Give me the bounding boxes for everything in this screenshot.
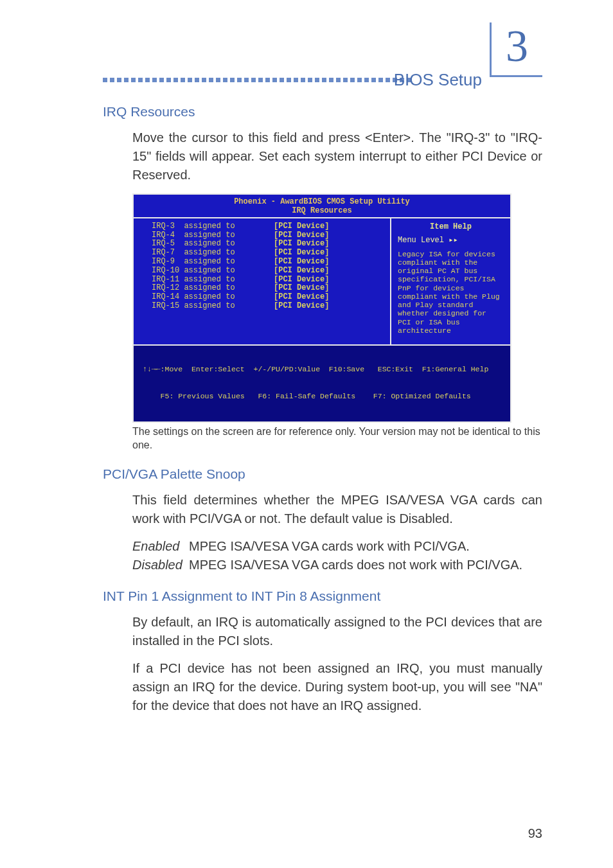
bios-label[interactable]: IRQ-3 assigned to <box>152 222 274 231</box>
bios-row: IRQ-7 assigned to[PCI Device] <box>152 249 384 258</box>
palette-body: This field determines whether the MPEG I… <box>132 491 542 528</box>
bios-row: IRQ-12 assigned to[PCI Device] <box>152 284 384 293</box>
bios-footer-line1: ↑↓→←:Move Enter:Select +/-/PU/PD:Value F… <box>143 365 501 374</box>
bios-help-pane: Item Help Menu Level ▸▸ Legacy ISA for d… <box>391 218 510 344</box>
bios-label[interactable]: IRQ-10 assigned to <box>152 267 274 276</box>
section-title-palette: PCI/VGA Palette Snoop <box>103 466 542 482</box>
bios-value[interactable]: [PCI Device] <box>274 276 329 285</box>
page-header: BIOS Setup 3 <box>103 32 542 90</box>
option-desc: MPEG ISA/VESA VGA cards work with PCI/VG… <box>189 537 542 556</box>
option-term: Enabled <box>132 537 189 556</box>
bios-value[interactable]: [PCI Device] <box>274 267 329 276</box>
option-term: Disabled <box>132 556 189 574</box>
bios-label[interactable]: IRQ-4 assigned to <box>152 231 274 240</box>
chapter-number: 3 <box>506 24 528 74</box>
bios-row: IRQ-11 assigned to[PCI Device] <box>152 276 384 285</box>
bios-body: IRQ-3 assigned to[PCI Device] IRQ-4 assi… <box>134 217 510 346</box>
bios-row: IRQ-9 assigned to[PCI Device] <box>152 258 384 267</box>
bios-label[interactable]: IRQ-15 assigned to <box>152 302 274 311</box>
bios-label[interactable]: IRQ-7 assigned to <box>152 249 274 258</box>
option-row: Disabled MPEG ISA/VESA VGA cards does no… <box>132 556 542 574</box>
bios-help-text: Legacy ISA for devices compliant with th… <box>398 250 504 335</box>
bios-value[interactable]: [PCI Device] <box>274 249 329 258</box>
section-title-intpin: INT Pin 1 Assignment to INT Pin 8 Assign… <box>103 589 542 604</box>
bios-title: Phoenix - AwardBIOS CMOS Setup Utility I… <box>134 195 510 217</box>
bios-row: IRQ-10 assigned to[PCI Device] <box>152 267 384 276</box>
bios-settings-pane: IRQ-3 assigned to[PCI Device] IRQ-4 assi… <box>134 218 391 344</box>
bios-help-title: Item Help <box>398 222 504 231</box>
bios-value[interactable]: [PCI Device] <box>274 302 329 311</box>
bios-value[interactable]: [PCI Device] <box>274 240 329 249</box>
bios-caption: The settings on the screen are for refer… <box>132 425 542 452</box>
bios-label[interactable]: IRQ-5 assigned to <box>152 240 274 249</box>
bios-label[interactable]: IRQ-9 assigned to <box>152 258 274 267</box>
header-title: BIOS Setup <box>394 70 482 90</box>
bios-row: IRQ-4 assigned to[PCI Device] <box>152 231 384 240</box>
bios-footer-line2: F5: Previous Values F6: Fail-Safe Defaul… <box>143 392 501 401</box>
bios-row: IRQ-15 assigned to[PCI Device] <box>152 302 384 311</box>
bios-label[interactable]: IRQ-11 assigned to <box>152 276 274 285</box>
decorative-dots <box>103 78 411 82</box>
intpin-para2: If a PCI device has not been assigned an… <box>132 659 542 715</box>
bios-label[interactable]: IRQ-12 assigned to <box>152 284 274 293</box>
bios-value[interactable]: [PCI Device] <box>274 258 329 267</box>
bios-value[interactable]: [PCI Device] <box>274 222 329 231</box>
bios-title-line1: Phoenix - AwardBIOS CMOS Setup Utility <box>134 197 510 206</box>
bios-screenshot: Phoenix - AwardBIOS CMOS Setup Utility I… <box>132 193 511 423</box>
section-title-irq: IRQ Resources <box>103 104 542 120</box>
option-row: Enabled MPEG ISA/VESA VGA cards work wit… <box>132 537 542 556</box>
palette-options: Enabled MPEG ISA/VESA VGA cards work wit… <box>132 537 542 574</box>
bios-value[interactable]: [PCI Device] <box>274 284 329 293</box>
bios-value[interactable]: [PCI Device] <box>274 293 329 302</box>
option-desc: MPEG ISA/VESA VGA cards does not work wi… <box>189 556 542 574</box>
page-number: 93 <box>528 826 542 841</box>
bios-footer: ↑↓→←:Move Enter:Select +/-/PU/PD:Value F… <box>134 346 510 421</box>
bios-title-line2: IRQ Resources <box>134 206 510 215</box>
bios-row: IRQ-3 assigned to[PCI Device] <box>152 222 384 231</box>
bios-menu-level: Menu Level ▸▸ <box>398 235 504 245</box>
intpin-para1: By default, an IRQ is automatically assi… <box>132 613 542 650</box>
bios-value[interactable]: [PCI Device] <box>274 231 329 240</box>
bios-label[interactable]: IRQ-14 assigned to <box>152 293 274 302</box>
irq-body: Move the cursor to this field and press … <box>132 128 542 184</box>
bios-row: IRQ-14 assigned to[PCI Device] <box>152 293 384 302</box>
chapter-box: 3 <box>490 22 542 77</box>
bios-row: IRQ-5 assigned to[PCI Device] <box>152 240 384 249</box>
